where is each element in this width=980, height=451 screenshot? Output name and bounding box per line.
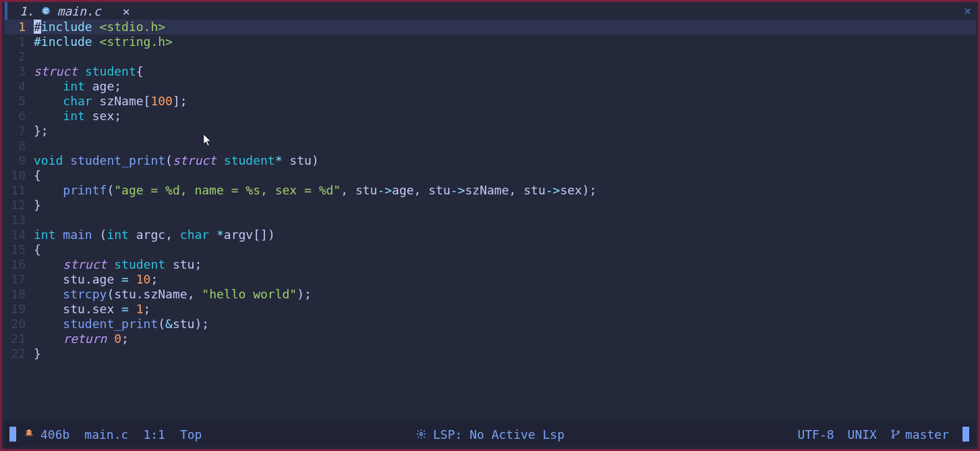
svg-point-5 (892, 430, 894, 432)
code-editor[interactable]: 1 #include <stdio.h> 1#include <string.h… (4, 20, 976, 418)
code-line: 18 strcpy(stu.szName, "hello world"); (4, 287, 976, 302)
code-line: 13 (4, 213, 976, 228)
octopus-icon (23, 428, 35, 440)
lsp-status: LSP: No Active Lsp (415, 427, 565, 442)
code-line: 10{ (4, 168, 976, 183)
code-line: 1#include <string.h> (4, 34, 976, 49)
mode-indicator-right (962, 427, 969, 442)
line-number: 1 (4, 20, 31, 34)
mouse-cursor-icon (204, 134, 212, 147)
code-line: 17 stu.age = 10; (4, 272, 976, 287)
tab-bar: 1. C main.c ✕ ✕ (2, 2, 978, 20)
lsp-text: LSP: No Active Lsp (433, 427, 565, 442)
c-file-icon: C (41, 6, 51, 16)
code-content: #include <stdio.h> (31, 20, 165, 34)
code-line: 1 #include <stdio.h> (4, 20, 976, 34)
code-line: 19 stu.sex = 1; (4, 302, 976, 317)
tab-main-c[interactable]: 1. C main.c ✕ (13, 2, 137, 20)
code-line: 4 int age; (4, 79, 976, 94)
svg-point-3 (30, 431, 31, 433)
status-filename: main.c (84, 427, 128, 442)
tab-close-icon[interactable]: ✕ (123, 4, 130, 18)
code-line: 20 student_print(&stu); (4, 317, 976, 331)
svg-text:C: C (44, 8, 48, 14)
svg-point-6 (892, 436, 894, 438)
svg-point-4 (420, 433, 422, 435)
code-line: 21 return 0; (4, 331, 976, 346)
code-line: 3struct student{ (4, 64, 976, 79)
cursor-position: 1:1 (143, 427, 165, 442)
code-line: 2 (4, 49, 976, 64)
tab-index: 1. (20, 4, 34, 18)
code-line: 11 printf("age = %d, name = %s, sex = %d… (4, 183, 976, 198)
cog-icon (415, 429, 426, 440)
code-line: 14int main (int argc, char *argv[]) (4, 228, 976, 242)
svg-point-7 (898, 431, 900, 433)
code-line: 12} (4, 198, 976, 213)
code-line: 5 char szName[100]; (4, 94, 976, 109)
git-branch: master (890, 427, 949, 442)
tab-indicator (5, 2, 7, 20)
code-line: 7}; (4, 124, 976, 138)
tab-filename: main.c (57, 4, 101, 18)
code-line: 15{ (4, 242, 976, 257)
code-line: 22} (4, 346, 976, 361)
file-size: 406b (40, 427, 69, 442)
close-all-icon[interactable]: ✕ (964, 3, 971, 18)
cursor: # (34, 20, 41, 34)
encoding: UTF-8 (797, 427, 834, 442)
code-line: 16 struct student stu; (4, 257, 976, 272)
code-line: 8 (4, 138, 976, 153)
git-branch-icon (890, 429, 901, 440)
code-line: 6 int sex; (4, 109, 976, 124)
status-bar: 406b main.c 1:1 Top LSP: No Active Lsp U… (4, 421, 976, 447)
svg-point-2 (28, 431, 29, 433)
mode-indicator (9, 427, 16, 442)
code-line: 9void student_print(struct student* stu) (4, 153, 976, 168)
scroll-position: Top (180, 427, 202, 442)
file-format: UNIX (848, 427, 877, 442)
